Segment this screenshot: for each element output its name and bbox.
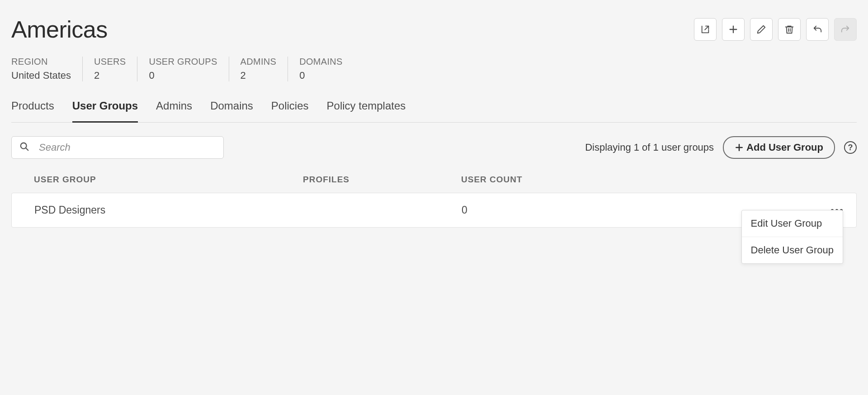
- tab-policy-templates[interactable]: Policy templates: [327, 100, 406, 123]
- stat-admins: ADMINS 2: [241, 57, 288, 81]
- tab-user-groups[interactable]: User Groups: [72, 100, 138, 123]
- stat-value: 2: [94, 70, 126, 81]
- table-row[interactable]: PSD Designers 0: [11, 193, 857, 228]
- undo-icon: [812, 24, 822, 34]
- user-groups-table: USER GROUP PROFILES USER COUNT PSD Desig…: [11, 175, 857, 228]
- help-button[interactable]: ?: [844, 141, 857, 154]
- row-actions-dropdown: Edit User Group Delete User Group: [741, 210, 843, 264]
- controls-row: Displaying 1 of 1 user groups Add User G…: [11, 136, 857, 159]
- tab-domains[interactable]: Domains: [210, 100, 253, 123]
- add-user-group-label: Add User Group: [746, 142, 823, 153]
- stats-row: REGION United States USERS 2 USER GROUPS…: [11, 57, 857, 100]
- stat-label: USER GROUPS: [149, 57, 217, 67]
- tab-products[interactable]: Products: [11, 100, 54, 123]
- stat-user-groups: USER GROUPS 0: [149, 57, 229, 81]
- redo-icon: [840, 24, 850, 34]
- pencil-icon: [756, 24, 766, 34]
- plus-icon: [728, 24, 738, 34]
- edit-user-group-item[interactable]: Edit User Group: [742, 210, 843, 237]
- export-icon: [700, 24, 710, 34]
- tab-admins[interactable]: Admins: [156, 100, 192, 123]
- stat-value: 2: [241, 70, 277, 81]
- export-button[interactable]: [694, 18, 717, 41]
- col-header-count: USER COUNT: [461, 175, 848, 185]
- add-button[interactable]: [722, 18, 745, 41]
- search-input[interactable]: [11, 136, 224, 159]
- stat-value: 0: [299, 70, 342, 81]
- search-icon: [19, 142, 29, 153]
- page-title: Americas: [11, 16, 108, 43]
- stat-label: DOMAINS: [299, 57, 342, 67]
- action-button-group: [694, 18, 857, 41]
- table-header: USER GROUP PROFILES USER COUNT: [11, 175, 857, 193]
- add-user-group-button[interactable]: Add User Group: [723, 136, 835, 159]
- trash-icon: [784, 24, 794, 34]
- stat-label: USERS: [94, 57, 126, 67]
- tab-policies[interactable]: Policies: [271, 100, 309, 123]
- search-wrapper: [11, 136, 224, 159]
- col-header-group: USER GROUP: [34, 175, 303, 185]
- cell-group-name: PSD Designers: [34, 204, 303, 216]
- stat-domains: DOMAINS 0: [299, 57, 354, 81]
- edit-button[interactable]: [750, 18, 773, 41]
- delete-user-group-item[interactable]: Delete User Group: [742, 237, 843, 263]
- stat-label: REGION: [11, 57, 71, 67]
- stat-label: ADMINS: [241, 57, 277, 67]
- tabs-row: Products User Groups Admins Domains Poli…: [11, 100, 857, 123]
- stat-value: United States: [11, 70, 71, 81]
- stat-value: 0: [149, 70, 217, 81]
- display-count-text: Displaying 1 of 1 user groups: [585, 142, 714, 153]
- undo-button[interactable]: [806, 18, 829, 41]
- delete-button[interactable]: [778, 18, 801, 41]
- plus-icon: [735, 143, 744, 152]
- redo-button: [834, 18, 857, 41]
- controls-right: Displaying 1 of 1 user groups Add User G…: [585, 136, 857, 159]
- stat-users: USERS 2: [94, 57, 137, 81]
- col-header-profiles: PROFILES: [303, 175, 461, 185]
- stat-region: REGION United States: [11, 57, 83, 81]
